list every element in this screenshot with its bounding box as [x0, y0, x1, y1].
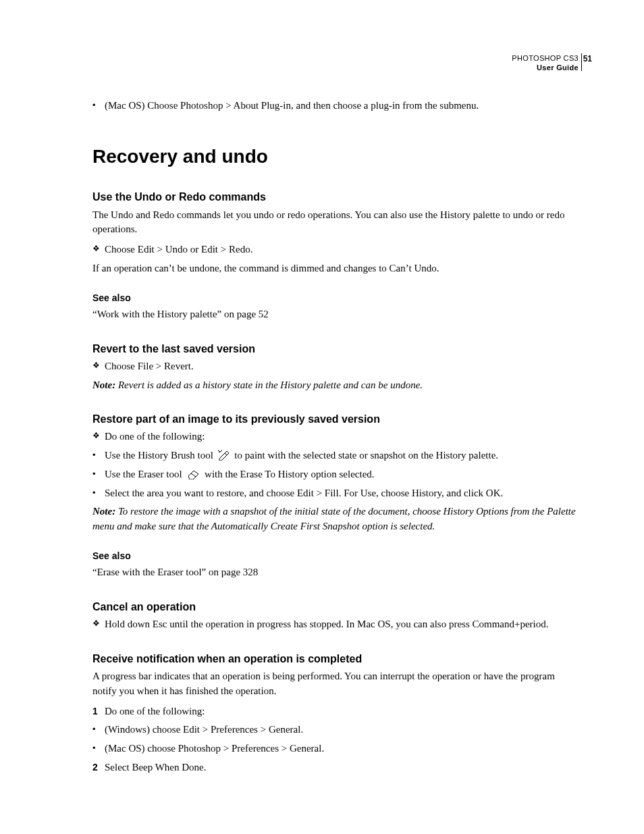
- cross-reference: “Erase with the Eraser tool” on page 328: [92, 565, 579, 580]
- note: Note: Revert is added as a history state…: [92, 378, 579, 393]
- list-item: • (Mac OS) Choose Photoshop > About Plug…: [92, 99, 579, 113]
- step-item: ❖ Do one of the following:: [92, 429, 579, 444]
- bullet-icon: •: [92, 99, 105, 113]
- product-name: PHOTOSHOP CS3: [512, 54, 579, 63]
- page-number: 51: [583, 54, 592, 63]
- diamond-icon: ❖: [92, 242, 105, 257]
- text-fragment: Use the Eraser tool: [105, 469, 184, 479]
- subheading-undo-redo: Use the Undo or Redo commands: [92, 189, 579, 205]
- body-text: Choose Edit > Undo or Edit > Redo.: [105, 242, 252, 257]
- body-text: (Mac OS) choose Photoshop > Preferences …: [105, 741, 324, 756]
- note: Note: To restore the image with a snapsh…: [92, 504, 579, 534]
- note-body: To restore the image with a snapshot of …: [92, 506, 576, 531]
- text-fragment: with the Erase To History option selecte…: [205, 469, 375, 479]
- subheading-revert: Revert to the last saved version: [92, 341, 579, 357]
- list-item: • (Mac OS) choose Photoshop > Preference…: [92, 741, 579, 756]
- list-item: • Use the History Brush tool to paint wi…: [92, 448, 579, 463]
- subheading-restore: Restore part of an image to its previous…: [92, 411, 579, 427]
- bullet-icon: •: [92, 723, 105, 737]
- list-item: • Select the area you want to restore, a…: [92, 486, 579, 501]
- body-text: Use the History Brush tool to paint with…: [105, 448, 498, 463]
- running-header: PHOTOSHOP CS3 User Guide: [512, 54, 579, 73]
- cross-reference: “Work with the History palette” on page …: [92, 307, 579, 322]
- bullet-icon: •: [92, 741, 105, 756]
- numbered-step: 2 Select Beep When Done.: [92, 760, 579, 775]
- bullet-icon: •: [92, 448, 105, 463]
- eraser-icon: [186, 470, 200, 479]
- text-fragment: Use the History Brush tool: [105, 450, 216, 461]
- step-number: 2: [92, 760, 105, 775]
- body-text: (Mac OS) Choose Photoshop > About Plug-i…: [105, 99, 479, 113]
- section-heading: Recovery and undo: [92, 143, 579, 171]
- body-text: If an operation can’t be undone, the com…: [92, 261, 579, 276]
- see-also-heading: See also: [92, 549, 579, 563]
- list-item: • Use the Eraser tool with the Erase To …: [92, 467, 579, 482]
- subheading-notify: Receive notification when an operation i…: [92, 651, 579, 667]
- note-label: Note:: [92, 506, 115, 517]
- step-item: ❖ Choose File > Revert.: [92, 359, 579, 374]
- diamond-icon: ❖: [92, 617, 105, 632]
- body-text: Do one of the following:: [105, 704, 205, 719]
- body-text: Do one of the following:: [105, 429, 205, 444]
- header-rule: [581, 53, 582, 71]
- bullet-icon: •: [92, 486, 105, 501]
- step-item: ❖ Hold down Esc until the operation in p…: [92, 617, 579, 632]
- body-text: Use the Eraser tool with the Erase To Hi…: [105, 467, 375, 482]
- body-text: The Undo and Redo commands let you undo …: [92, 208, 579, 238]
- history-brush-icon: [218, 450, 230, 461]
- step-item: ❖ Choose Edit > Undo or Edit > Redo.: [92, 242, 579, 257]
- list-item: • (Windows) choose Edit > Preferences > …: [92, 723, 579, 737]
- bullet-icon: •: [92, 467, 105, 482]
- see-also-heading: See also: [92, 291, 579, 305]
- numbered-step: 1 Do one of the following:: [92, 704, 579, 719]
- page: PHOTOSHOP CS3 User Guide 51 • (Mac OS) C…: [0, 0, 644, 834]
- body-text: Hold down Esc until the operation in pro…: [105, 617, 549, 632]
- body-text: (Windows) choose Edit > Preferences > Ge…: [105, 723, 303, 737]
- body-text: Select the area you want to restore, and…: [105, 486, 503, 501]
- body-text: A progress bar indicates that an operati…: [92, 669, 579, 699]
- body-text: Choose File > Revert.: [105, 359, 194, 374]
- note-label: Note:: [92, 380, 115, 390]
- step-number: 1: [92, 704, 105, 719]
- page-content: • (Mac OS) Choose Photoshop > About Plug…: [92, 99, 579, 775]
- subheading-cancel: Cancel an operation: [92, 599, 579, 615]
- text-fragment: to paint with the selected state or snap…: [234, 450, 498, 461]
- body-text: Select Beep When Done.: [105, 760, 207, 775]
- diamond-icon: ❖: [92, 359, 105, 374]
- note-body: Revert is added as a history state in th…: [115, 380, 423, 390]
- doc-name: User Guide: [512, 63, 579, 73]
- diamond-icon: ❖: [92, 429, 105, 444]
